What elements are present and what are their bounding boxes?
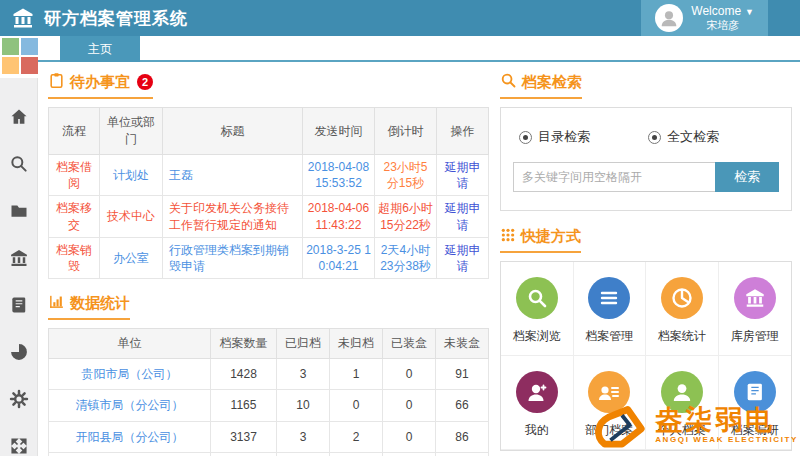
todo-cell-action[interactable]: 延期申请 (437, 155, 489, 196)
shortcut-label: 档案管理 (585, 328, 633, 345)
folder-icon[interactable] (8, 200, 30, 222)
radio-icon (519, 131, 532, 144)
stats-col-unfiled: 未归档 (330, 329, 383, 359)
stats-value: 3137 (211, 421, 277, 452)
user-text: Welcome ▼ 宋培彦 (691, 5, 754, 31)
todo-cell-subject[interactable]: 王磊 (163, 155, 303, 196)
stats-title: 数据统计 (70, 294, 130, 313)
todo-cell-time: 2018-04-08 15:53:52 (303, 155, 375, 196)
todo-row: 档案借阅计划处王磊2018-04-08 15:53:5223小时5分15秒延期申… (49, 155, 489, 196)
search-input-row: 检索 (513, 162, 779, 192)
tab-home[interactable]: 主页 (60, 36, 140, 62)
stats-table: 单位 档案数量 已归档 未归档 已装盒 未装盒 贵阳市局（公司）14283109… (48, 328, 489, 456)
todo-cell-dept: 办公室 (100, 237, 163, 278)
bank-icon[interactable] (8, 247, 30, 269)
todo-count-badge: 2 (137, 74, 153, 90)
todo-section-head: 待办事宜 2 (48, 72, 488, 99)
app-logo[interactable] (0, 36, 38, 78)
watermark-text: 盎柒弱电 ANGQI WEAK ELECTRICITY (655, 406, 798, 443)
todo-cell-action[interactable]: 延期申请 (437, 237, 489, 278)
stats-value: 1165 (211, 390, 277, 421)
shortcut-user-plus[interactable]: 我的 (501, 356, 574, 450)
clipboard-icon (48, 72, 65, 92)
shortcut-bank[interactable]: 库房管理 (719, 262, 792, 356)
stats-unit-link[interactable]: 贵阳市局（公司） (49, 359, 211, 390)
todo-cell-dept: 技术中心 (100, 196, 163, 237)
todo-cell-time: 2018-3-25 10:04:21 (303, 237, 375, 278)
shortcuts-section-head: 快捷方式 (500, 227, 792, 253)
stats-row: 开阳县局（分公司）313732086 (49, 421, 489, 452)
radio-catalog-search[interactable]: 目录检索 (519, 128, 590, 146)
book-icon[interactable] (8, 294, 30, 316)
shortcut-label: 库房管理 (731, 328, 779, 345)
stats-value: 0 (383, 390, 436, 421)
todo-cell-subject[interactable]: 行政管理类档案到期销毁申请 (163, 237, 303, 278)
search-input[interactable] (513, 162, 715, 192)
app-header: 研方档案管理系统 Welcome ▼ 宋培彦 (0, 0, 800, 36)
stats-value: 0 (330, 390, 383, 421)
home-icon[interactable] (8, 106, 30, 128)
pie-icon (661, 277, 703, 319)
stats-value: 86 (436, 421, 489, 452)
logo-square-green (2, 38, 19, 55)
todo-col-subject: 标题 (163, 108, 303, 155)
bank-icon (734, 277, 776, 319)
stats-unit-link[interactable]: 修文县局（分公司） (49, 452, 211, 456)
todo-cell-countdown: 超期6小时15分22秒 (375, 196, 437, 237)
radio-fulltext-search[interactable]: 全文检索 (648, 128, 719, 146)
shortcut-list[interactable]: 档案管理 (574, 262, 647, 356)
shortcut-label: 档案统计 (658, 328, 706, 345)
shortcut-search[interactable]: 档案浏览 (501, 262, 574, 356)
todo-col-time: 发送时间 (303, 108, 375, 155)
username-label: 宋培彦 (691, 19, 754, 32)
logo-square-blue (21, 38, 38, 55)
todo-col-countdown: 倒计时 (375, 108, 437, 155)
stats-col-filed: 已归档 (277, 329, 330, 359)
welcome-label: Welcome (691, 5, 741, 19)
search-title: 档案检索 (522, 73, 582, 92)
radio-catalog-label: 目录检索 (538, 128, 590, 146)
tab-bar: 主页 (38, 36, 800, 62)
search-mode-radios: 目录检索 全文检索 (513, 128, 779, 146)
todo-cell-countdown: 23小时5分15秒 (375, 155, 437, 196)
stats-value: 1 (330, 359, 383, 390)
watermark-cn: 盎柒弱电 (655, 406, 798, 434)
todo-col-flow: 流程 (49, 108, 100, 155)
stats-row: 贵阳市局（公司）142831091 (49, 359, 489, 390)
logo-square-orange (2, 57, 19, 74)
user-menu[interactable]: Welcome ▼ 宋培彦 (641, 0, 768, 36)
todo-title: 待办事宜 (70, 73, 130, 92)
expand-icon[interactable] (8, 435, 30, 456)
stats-col-total: 档案数量 (211, 329, 277, 359)
stats-unit-link[interactable]: 开阳县局（分公司） (49, 421, 211, 452)
todo-table: 流程 单位或部门 标题 发送时间 倒计时 操作 档案借阅计划处王磊2018-04… (48, 107, 489, 279)
stats-col-unit: 单位 (49, 329, 211, 359)
app-root: 研方档案管理系统 Welcome ▼ 宋培彦 (0, 0, 800, 456)
sidebar-nav (0, 78, 37, 456)
avatar (655, 4, 683, 32)
shortcut-label: 档案浏览 (513, 328, 561, 345)
radio-icon (648, 131, 661, 144)
todo-cell-subject[interactable]: 关于印发机关公务接待工作暂行规定的通知 (163, 196, 303, 237)
pie-chart-icon[interactable] (8, 341, 30, 363)
brand: 研方档案管理系统 (0, 6, 188, 30)
todo-cell-flow: 档案销毁 (49, 237, 100, 278)
watermark-logo-icon (593, 396, 651, 454)
user-plus-icon (516, 371, 558, 413)
stats-unit-link[interactable]: 清镇市局（分公司） (49, 390, 211, 421)
stats-value: 0 (383, 359, 436, 390)
search-button[interactable]: 检索 (715, 162, 779, 192)
stats-value: 91 (436, 359, 489, 390)
shortcut-pie[interactable]: 档案统计 (646, 262, 719, 356)
todo-cell-time: 2018-04-06 11:43:22 (303, 196, 375, 237)
search-icon (516, 277, 558, 319)
todo-cell-action[interactable]: 延期申请 (437, 196, 489, 237)
search-section-head: 档案检索 (500, 72, 792, 99)
stats-value: 3 (277, 421, 330, 452)
search-panel: 目录检索 全文检索 检索 (500, 107, 792, 211)
gear-icon[interactable] (8, 388, 30, 410)
stats-value: 66 (436, 390, 489, 421)
search-icon[interactable] (8, 153, 30, 175)
list-icon (588, 277, 630, 319)
todo-col-action: 操作 (437, 108, 489, 155)
